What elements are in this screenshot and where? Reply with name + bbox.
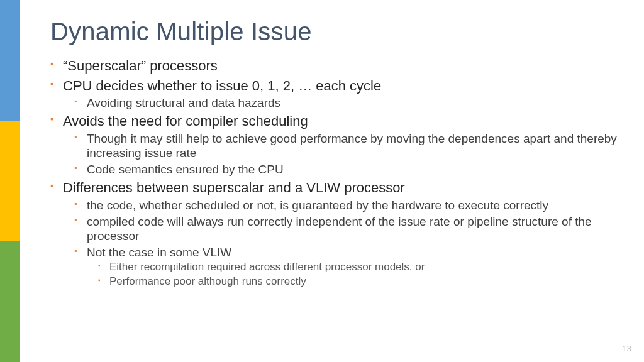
sub-bullet-item: Code semantics ensured by the CPU — [74, 162, 619, 177]
sub-bullet-item: Avoiding structural and data hazards — [74, 96, 619, 110]
bullet-text: Differences between superscalar and a VL… — [63, 180, 405, 195]
slide: Dynamic Multiple Issue “Superscalar” pro… — [0, 0, 644, 362]
sub-bullet-list: the code, whether scheduled or not, is g… — [63, 198, 619, 288]
bullet-list: “Superscalar” processors CPU decides whe… — [50, 57, 619, 288]
sub-sub-bullet-text: Performance poor although runs correctly — [109, 275, 306, 287]
bullet-item: “Superscalar” processors — [50, 57, 619, 75]
slide-title: Dynamic Multiple Issue — [50, 18, 619, 46]
bullet-item: CPU decides whether to issue 0, 1, 2, … … — [50, 77, 619, 111]
accent-stripe-blue — [0, 0, 20, 121]
sub-sub-bullet-list: Either recompilation required across dif… — [87, 261, 619, 288]
sub-bullet-text: Not the case in some VLIW — [87, 246, 231, 259]
accent-stripe-green — [0, 241, 20, 362]
sub-sub-bullet-item: Performance poor although runs correctly — [98, 275, 619, 288]
sub-bullet-list: Though it may still help to achieve good… — [63, 131, 619, 177]
sub-sub-bullet-item: Either recompilation required across dif… — [98, 261, 619, 273]
sub-sub-bullet-text: Either recompilation required across dif… — [109, 261, 425, 273]
sub-bullet-text: Though it may still help to achieve good… — [87, 132, 617, 160]
bullet-text: Avoids the need for compiler scheduling — [63, 113, 308, 129]
sub-bullet-item: Not the case in some VLIW Either recompi… — [74, 245, 619, 288]
sub-bullet-item: Though it may still help to achieve good… — [74, 131, 619, 160]
sub-bullet-item: the code, whether scheduled or not, is g… — [74, 198, 619, 212]
sub-bullet-text: Code semantics ensured by the CPU — [87, 163, 284, 176]
accent-stripe-yellow — [0, 121, 20, 241]
content-area: Dynamic Multiple Issue “Superscalar” pro… — [50, 18, 619, 290]
bullet-text: “Superscalar” processors — [63, 58, 218, 74]
bullet-item: Differences between superscalar and a VL… — [50, 179, 619, 288]
bullet-item: Avoids the need for compiler scheduling … — [50, 112, 619, 177]
sub-bullet-list: Avoiding structural and data hazards — [63, 96, 619, 110]
sub-bullet-text: the code, whether scheduled or not, is g… — [87, 199, 548, 212]
sub-bullet-item: compiled code will always run correctly … — [74, 214, 619, 243]
page-number: 13 — [623, 344, 631, 353]
sub-bullet-text: compiled code will always run correctly … — [87, 215, 592, 243]
bullet-text: CPU decides whether to issue 0, 1, 2, … … — [63, 78, 381, 94]
sub-bullet-text: Avoiding structural and data hazards — [87, 96, 280, 109]
